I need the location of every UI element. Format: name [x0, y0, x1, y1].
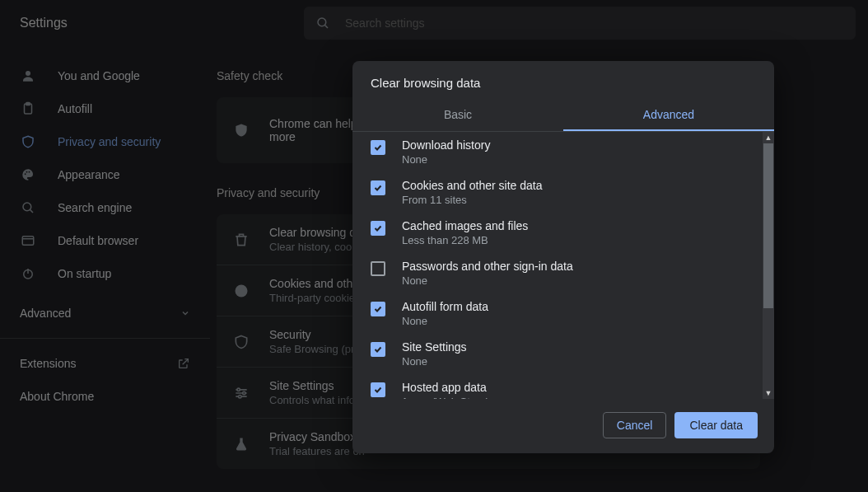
checkbox[interactable] [371, 221, 385, 236]
dialog-title: Clear browsing data [352, 61, 774, 100]
cbd-item-detail: 1 app (Web Store) [402, 396, 489, 399]
cbd-item[interactable]: Cookies and other site dataFrom 11 sites [352, 172, 763, 213]
cbd-item[interactable]: Hosted app data1 app (Web Store) [352, 374, 763, 399]
cbd-item[interactable]: Cached images and filesLess than 228 MB [352, 213, 763, 253]
cbd-item-detail: None [402, 315, 488, 327]
cbd-item[interactable]: Download historyNone [352, 132, 763, 172]
checkbox[interactable] [371, 261, 385, 276]
cbd-item[interactable]: Autofill form dataNone [352, 293, 763, 334]
dialog-tabs: Basic Advanced [352, 100, 774, 132]
cbd-item-label: Hosted app data [402, 381, 489, 394]
tab-basic[interactable]: Basic [352, 100, 563, 131]
cbd-item-detail: Less than 228 MB [402, 234, 528, 246]
tab-advanced[interactable]: Advanced [563, 100, 774, 131]
cbd-item[interactable]: Passwords and other sign-in dataNone [352, 253, 763, 293]
clear-browsing-data-dialog: Clear browsing data Basic Advanced Downl… [352, 61, 774, 453]
cbd-item[interactable]: Site SettingsNone [352, 334, 763, 374]
cbd-item-label: Passwords and other sign-in data [402, 260, 573, 273]
scrollbar[interactable]: ▲ ▼ [763, 132, 774, 399]
cbd-item-detail: None [402, 355, 467, 368]
cbd-item-detail: From 11 sites [402, 194, 542, 206]
cbd-item-label: Site Settings [402, 340, 467, 354]
checkbox[interactable] [371, 382, 385, 397]
checkbox-list: Download historyNoneCookies and other si… [352, 132, 774, 399]
cbd-item-label: Autofill form data [402, 300, 488, 313]
scroll-down-arrow-icon[interactable]: ▼ [763, 387, 774, 399]
cbd-item-detail: None [402, 274, 573, 287]
cancel-button[interactable]: Cancel [603, 412, 667, 438]
checkbox[interactable] [371, 342, 385, 357]
checkbox[interactable] [371, 180, 385, 195]
cbd-item-label: Cookies and other site data [402, 179, 542, 192]
scrollbar-thumb[interactable] [763, 143, 773, 308]
cbd-item-detail: None [402, 153, 490, 166]
clear-data-button[interactable]: Clear data [674, 412, 758, 438]
cbd-item-label: Download history [402, 138, 490, 152]
cbd-item-label: Cached images and files [402, 219, 528, 232]
checkbox[interactable] [371, 302, 385, 316]
dialog-body: Download historyNoneCookies and other si… [352, 132, 774, 399]
dialog-actions: Cancel Clear data [352, 399, 774, 453]
scroll-up-arrow-icon[interactable]: ▲ [763, 132, 774, 143]
checkbox[interactable] [371, 140, 385, 155]
